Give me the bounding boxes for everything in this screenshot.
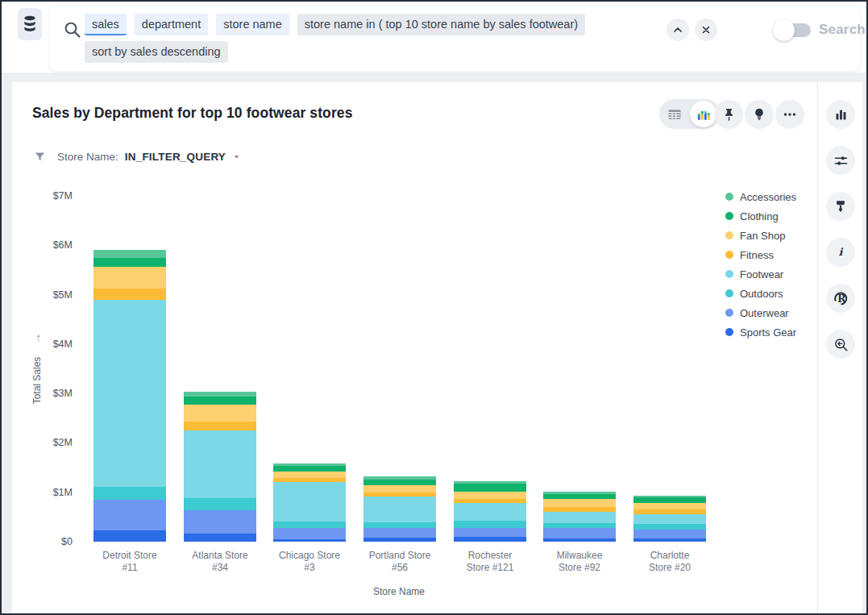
searchiq-toggle[interactable]: [775, 23, 811, 37]
ellipsis-icon: [782, 106, 798, 123]
bar-segment[interactable]: [273, 528, 346, 539]
search-token[interactable]: sort by sales descending: [85, 41, 228, 63]
bar-segment[interactable]: [633, 514, 706, 524]
stacked-bar[interactable]: [633, 496, 706, 542]
insights-button[interactable]: [745, 100, 774, 129]
stacked-bar[interactable]: [93, 250, 166, 542]
bar-segment[interactable]: [543, 528, 616, 538]
info-button[interactable]: i: [826, 238, 855, 267]
chart-icon: [696, 106, 712, 123]
legend-item[interactable]: Fan Shop: [725, 226, 796, 245]
legend-item[interactable]: Clothing: [725, 206, 796, 226]
bar-segment[interactable]: [633, 530, 706, 538]
bar-segment[interactable]: [184, 534, 256, 542]
sliders-icon: [833, 153, 849, 168]
bar-segment[interactable]: [454, 528, 526, 537]
filter-icon: [34, 151, 46, 163]
bar-segment[interactable]: [184, 422, 256, 430]
search-token[interactable]: store name: [216, 14, 289, 35]
r-analysis-button[interactable]: R: [826, 284, 855, 313]
legend-item[interactable]: Accessories: [725, 187, 796, 206]
stacked-bar[interactable]: [273, 463, 346, 542]
x-tick-label: Chicago Store#3: [265, 550, 354, 574]
bar-segment[interactable]: [273, 466, 346, 472]
search-back-icon: [833, 337, 849, 352]
bar-segment[interactable]: [543, 512, 616, 523]
bar-segment[interactable]: [633, 497, 706, 503]
search-bar[interactable]: salesdepartmentstore namestore name in (…: [50, 6, 860, 71]
bar-segment[interactable]: [93, 289, 166, 301]
legend-label: Outdoors: [740, 288, 783, 300]
bar-segment[interactable]: [184, 498, 256, 510]
configure-chart-button[interactable]: [826, 146, 855, 175]
bar-segment[interactable]: [93, 250, 166, 257]
bar-segment[interactable]: [454, 484, 526, 492]
change-chart-type-button[interactable]: [826, 100, 855, 129]
bar-segment[interactable]: [93, 300, 166, 487]
legend-item[interactable]: Footwear: [725, 264, 796, 284]
bar-segment[interactable]: [633, 503, 706, 509]
bar-segment[interactable]: [363, 522, 436, 528]
bar-segment[interactable]: [543, 499, 616, 507]
bar-segment[interactable]: [273, 472, 346, 478]
clear-search-button[interactable]: [695, 19, 717, 41]
bar-segment[interactable]: [184, 430, 256, 498]
stacked-bar[interactable]: [184, 392, 256, 542]
lightbulb-icon: [752, 107, 766, 122]
bar-segment[interactable]: [363, 497, 436, 522]
bar-segment[interactable]: [93, 530, 166, 542]
x-tick-label: MilwaukeeStore #92: [535, 550, 624, 574]
chart-legend: AccessoriesClothingFan ShopFitnessFootwe…: [725, 187, 796, 342]
bar-segment[interactable]: [273, 522, 346, 528]
chart-view-button[interactable]: [690, 101, 716, 127]
bar-segment[interactable]: [543, 538, 616, 542]
bar-segment[interactable]: [184, 510, 256, 534]
searchiq-label: SearchIQ: [819, 22, 868, 38]
bar-segment[interactable]: [93, 500, 166, 530]
data-source-button[interactable]: [18, 8, 42, 40]
collapse-search-button[interactable]: [667, 19, 689, 41]
x-tick-label: Detroit Store#11: [85, 550, 174, 574]
bar-segment[interactable]: [454, 521, 526, 528]
chart-styles-button[interactable]: [826, 192, 855, 221]
database-icon: [22, 15, 38, 34]
bar-segment[interactable]: [184, 405, 256, 422]
explore-data-button[interactable]: [826, 330, 855, 359]
bar-segment[interactable]: [184, 397, 256, 405]
pin-button[interactable]: [714, 100, 743, 129]
stacked-bar[interactable]: [543, 492, 616, 542]
filter-value[interactable]: IN_FILTER_QUERY: [125, 151, 226, 163]
bar-segment[interactable]: [273, 539, 346, 542]
brush-icon: [833, 199, 848, 214]
bar-segment[interactable]: [363, 528, 436, 538]
bar-segment[interactable]: [184, 392, 256, 397]
bar-segment[interactable]: [454, 503, 526, 521]
bar-segment[interactable]: [454, 492, 526, 499]
search-token[interactable]: store name in ( top 10 store name by sal…: [297, 14, 585, 35]
bar-segment[interactable]: [363, 538, 436, 542]
bar-segment[interactable]: [543, 523, 616, 529]
bar-segment[interactable]: [93, 487, 166, 500]
bar-segment[interactable]: [633, 524, 706, 530]
stacked-bar[interactable]: [454, 481, 526, 542]
legend-item[interactable]: Outerwear: [725, 303, 796, 322]
legend-label: Sports Gear: [740, 326, 796, 339]
table-view-button[interactable]: [659, 99, 690, 129]
bar-segment[interactable]: [633, 538, 706, 542]
bar-segment[interactable]: [93, 258, 166, 267]
legend-label: Fan Shop: [740, 230, 785, 242]
bar-segment[interactable]: [93, 267, 166, 289]
search-token[interactable]: sales: [85, 14, 127, 35]
close-icon: [700, 24, 712, 35]
more-options-button[interactable]: [775, 100, 804, 129]
svg-text:i: i: [839, 246, 844, 258]
legend-item[interactable]: Sports Gear: [725, 322, 796, 342]
bar-segment[interactable]: [363, 485, 436, 493]
legend-item[interactable]: Outdoors: [725, 284, 796, 303]
stacked-bar[interactable]: [363, 476, 436, 542]
search-token[interactable]: department: [135, 14, 208, 35]
caret-down-icon[interactable]: [232, 152, 241, 161]
bar-segment[interactable]: [454, 537, 526, 542]
bar-segment[interactable]: [273, 482, 346, 522]
legend-item[interactable]: Fitness: [725, 245, 796, 264]
